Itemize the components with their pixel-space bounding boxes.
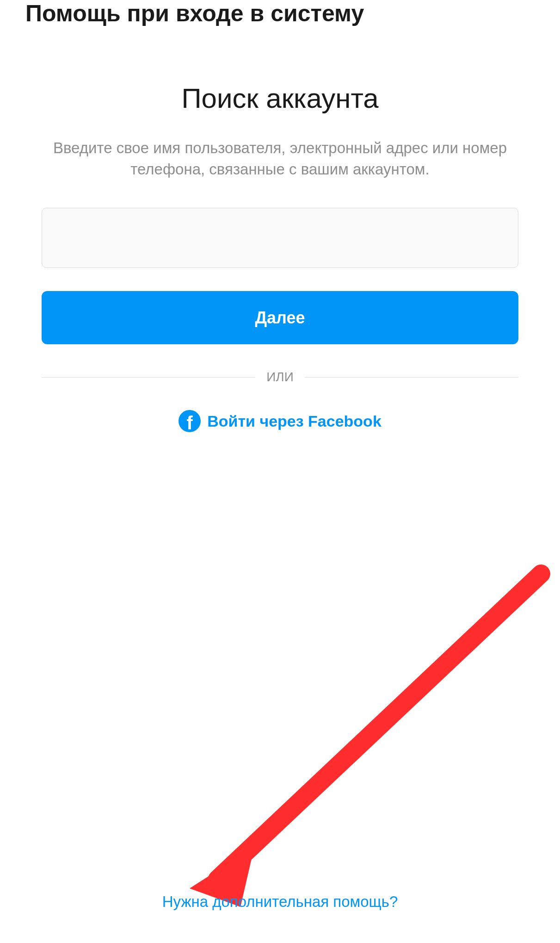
divider-text: ИЛИ (255, 370, 305, 385)
facebook-login-label: Войти через Facebook (207, 412, 382, 430)
svg-line-1 (217, 574, 541, 879)
account-search-input[interactable] (42, 208, 518, 268)
divider: ИЛИ (42, 370, 518, 385)
instruction-text: Введите свое имя пользователя, электронн… (42, 137, 518, 180)
facebook-login-button[interactable]: Войти через Facebook (42, 410, 518, 432)
annotation-arrow-icon (171, 565, 550, 921)
page-title: Поиск аккаунта (42, 82, 518, 114)
divider-line-right (305, 377, 518, 378)
divider-line-left (42, 377, 255, 378)
facebook-icon (178, 410, 201, 432)
need-more-help-link[interactable]: Нужна дополнительная помощь? (0, 893, 560, 911)
main-content: Поиск аккаунта Введите свое имя пользова… (0, 82, 560, 432)
page-header-title: Помощь при входе в систему (0, 0, 560, 27)
next-button[interactable]: Далее (42, 291, 518, 344)
